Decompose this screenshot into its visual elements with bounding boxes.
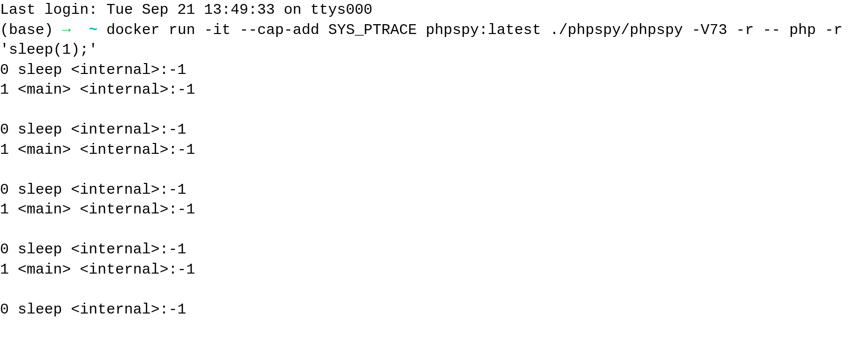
output-line: 0 sleep <internal>:-1	[0, 241, 186, 258]
output-line: 0 sleep <internal>:-1	[0, 181, 186, 198]
prompt-cwd-tilde: ~	[89, 22, 98, 38]
output-line: 1 <main> <internal>:-1	[0, 141, 195, 158]
output-line: 1 <main> <internal>:-1	[0, 261, 195, 278]
output-line: 0 sleep <internal>:-1	[0, 301, 186, 318]
output-line: 1 <main> <internal>:-1	[0, 81, 195, 98]
output-line: 0 sleep <internal>:-1	[0, 121, 186, 138]
terminal-viewport[interactable]: Last login: Tue Sep 21 13:49:33 on ttys0…	[0, 0, 868, 319]
output-line: 0 sleep <internal>:-1	[0, 62, 186, 78]
prompt-env: (base)	[0, 22, 53, 38]
command-line: docker run -it --cap-add SYS_PTRACE phps…	[0, 22, 851, 59]
login-line: Last login: Tue Sep 21 13:49:33 on ttys0…	[0, 1, 372, 18]
output-line: 1 <main> <internal>:-1	[0, 201, 195, 218]
prompt-arrow-icon: →	[62, 22, 71, 38]
